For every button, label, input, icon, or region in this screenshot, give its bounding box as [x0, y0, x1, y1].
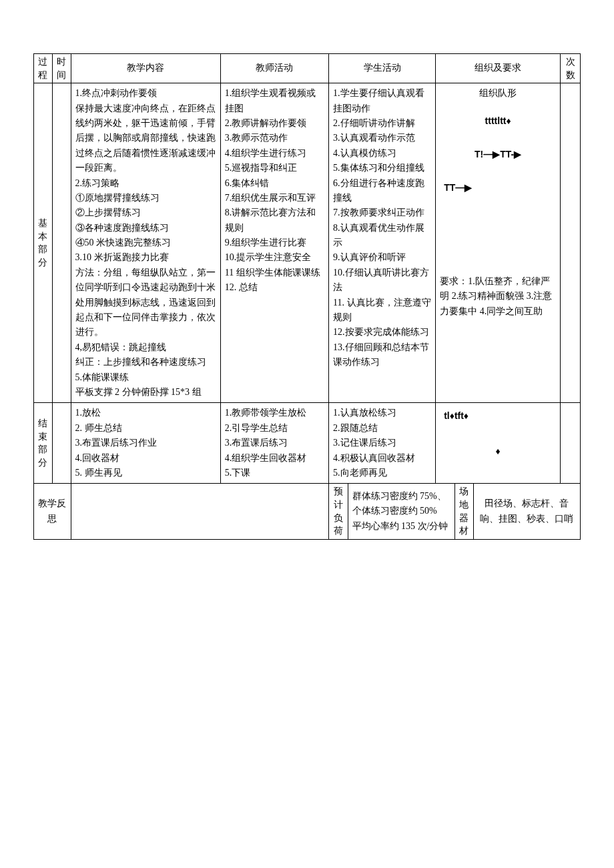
end-formation-symbol: tl♦tft♦ [440, 408, 556, 423]
org-requirements: 要求：1.队伍整齐，纪律严明 2.练习精神面貌强 3.注意力要集中 4.同学之间… [440, 276, 552, 316]
end-section-label: 结束 部分 [34, 403, 53, 484]
end-teacher: 1.教师带领学生放松2.引导学生总结3.布置课后练习4.组织学生回收器材5.下课 [220, 403, 328, 484]
formation-symbol-2: T!—▶TT-▶ [440, 147, 556, 161]
end-content: 1.放松2. 师生总结3.布置课后练习作业4.回收器材5. 师生再见 [71, 403, 220, 484]
reflection-label: 教学反思 [34, 484, 71, 539]
header-process: 过程 [34, 54, 53, 83]
formation-symbol-1: ttttltt♦ [440, 113, 556, 128]
basic-teacher: 1.组织学生观看视频或挂图2.教师讲解动作要领3.教师示范动作4.组织学生进行练… [220, 83, 328, 403]
end-formation-symbol-b: ♦ [440, 444, 556, 458]
org-title: 组织队形 [440, 86, 556, 101]
load-value: 群体练习密度约 75%、个体练习密度约 50%平均心率约 135 次/分钟 [348, 484, 454, 538]
basic-label-1: 基本 [38, 218, 47, 242]
basic-content: 1.终点冲刺动作要领保持最大速度冲向终点，在距终点线约两米处，躯干迅速前倾，手臂… [71, 83, 220, 403]
basic-label-2: 部分 [38, 244, 47, 268]
basic-time [52, 83, 71, 403]
header-teacher: 教师活动 [220, 54, 328, 83]
basic-student: 1.学生要仔细认真观看挂图动作2.仔细听讲动作讲解3.认真观看动作示范4.认真模… [329, 83, 436, 403]
basic-org: 组织队形 ttttltt♦ T!—▶TT-▶ TT—▶ 要求：1.队伍整齐，纪律… [436, 83, 561, 403]
basic-section-label: 基本 部分 [34, 83, 53, 403]
footer-nested: 预计负荷 群体练习密度约 75%、个体练习密度约 50%平均心率约 135 次/… [329, 484, 581, 539]
header-org: 组织及要求 [436, 54, 561, 83]
formation-symbol-3: TT—▶ [440, 180, 556, 195]
table-header-row: 过程 时间 教学内容 教师活动 学生活动 组织及要求 次数 [34, 54, 581, 83]
header-student: 学生活动 [329, 54, 436, 83]
basic-count [561, 83, 581, 403]
end-time [52, 403, 71, 484]
end-student: 1.认真放松练习2.跟随总结3.记住课后练习4.积极认真回收器材5.向老师再见 [329, 403, 436, 484]
reflection-value [71, 484, 329, 539]
venue-label: 场地器材 [454, 484, 473, 538]
venue-value: 田径场、标志杆、音响、挂图、秒表、口哨 [473, 484, 580, 538]
table-row-end: 结束 部分 1.放松2. 师生总结3.布置课后练习作业4.回收器材5. 师生再见… [34, 403, 581, 484]
end-label-1: 结束 [38, 418, 47, 442]
header-time: 时间 [52, 54, 71, 83]
end-count [561, 403, 581, 484]
table-row-footer: 教学反思 预计负荷 群体练习密度约 75%、个体练习密度约 50%平均心率约 1… [34, 484, 581, 539]
end-org: tl♦tft♦ ♦ [436, 403, 561, 484]
load-label: 预计负荷 [329, 484, 348, 538]
lesson-plan-table: 过程 时间 教学内容 教师活动 学生活动 组织及要求 次数 基本 部分 1.终点… [33, 53, 581, 540]
end-label-2: 部分 [38, 444, 47, 468]
header-content: 教学内容 [71, 54, 220, 83]
table-row-basic: 基本 部分 1.终点冲刺动作要领保持最大速度冲向终点，在距终点线约两米处，躯干迅… [34, 83, 581, 403]
header-count: 次数 [561, 54, 581, 83]
